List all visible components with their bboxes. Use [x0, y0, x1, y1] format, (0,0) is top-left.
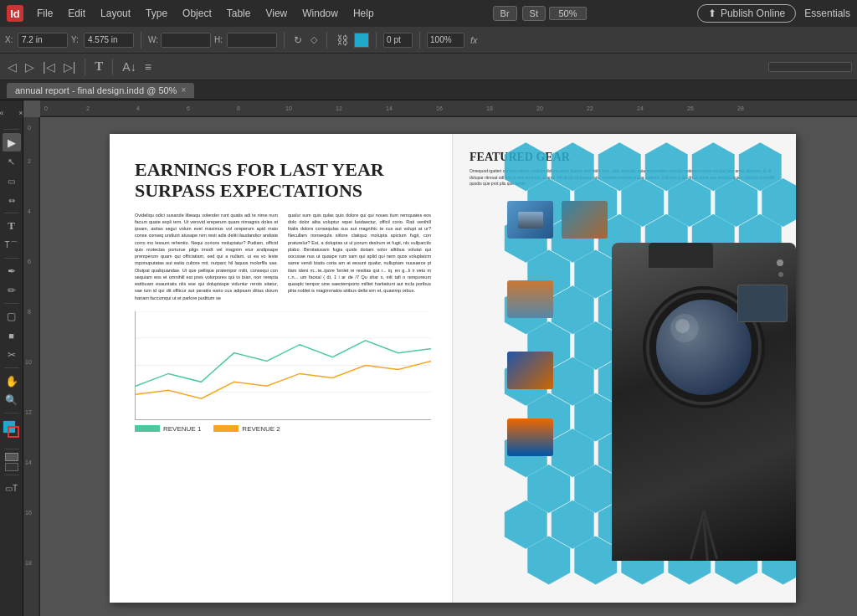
svg-text:22: 22 — [587, 105, 593, 111]
y-position-group: Y: — [71, 33, 134, 48]
h-input[interactable] — [227, 33, 277, 48]
pen-tool[interactable]: ✒ — [3, 262, 21, 280]
h-label: H: — [214, 35, 224, 44]
align-icon[interactable]: ≡ — [142, 59, 154, 75]
toolbar-sep-6 — [85, 59, 85, 75]
panel-sep-5 — [4, 367, 19, 368]
bridge-button[interactable]: Br — [493, 6, 517, 21]
menu-type[interactable]: Type — [139, 6, 174, 21]
svg-text:14: 14 — [386, 105, 393, 111]
article-title: EARNINGS FOR LAST YEAR SURPASS EXPECTATI… — [135, 159, 431, 202]
chain-icon[interactable]: ⛓ — [334, 32, 351, 49]
hand-tool[interactable]: ✋ — [3, 372, 21, 390]
tools-panel: « × ▶ ↖ ▭ ⇔ T T⌒ ✒ ✏ ▢ ■ ✂ ✋ 🔍 ▭T — [0, 100, 23, 616]
tab-close-button[interactable]: × — [181, 85, 186, 95]
menu-bar: Id File Edit Layout Type Object Table Vi… — [0, 0, 857, 27]
zoom-tool[interactable]: 🔍 — [3, 391, 21, 409]
svg-text:16: 16 — [25, 510, 32, 516]
color-controls — [3, 420, 21, 445]
svg-text:2: 2 — [86, 105, 90, 111]
svg-text:20: 20 — [536, 105, 543, 111]
svg-text:18: 18 — [486, 105, 493, 111]
menu-object[interactable]: Object — [176, 6, 218, 21]
svg-text:28: 28 — [737, 105, 744, 111]
article-columns: Ovideliqu odici susande libeaqu volender… — [135, 212, 431, 301]
stroke-color-swatch[interactable] — [768, 62, 852, 72]
panel-sep-3 — [4, 258, 19, 259]
tab-title: annual report - final design.indd @ 50% — [15, 85, 177, 95]
pencil-tool[interactable]: ✏ — [3, 281, 21, 300]
svg-text:8: 8 — [237, 105, 240, 111]
menu-layout[interactable]: Layout — [94, 6, 137, 21]
x-label: X: — [5, 35, 15, 44]
essentials-label[interactable]: Essentials — [804, 8, 850, 19]
thumbnail-4 — [507, 352, 553, 389]
legend-item-2: REVENUE 2 — [213, 425, 280, 433]
rotate-icon[interactable]: ↻ — [291, 33, 305, 48]
fx-icon[interactable]: fx — [468, 33, 480, 47]
arrow-right-icon[interactable]: ▷ — [23, 59, 37, 75]
type-T-icon[interactable]: T — [92, 58, 105, 75]
title-line2: SURPASS EXPECTATIONS — [135, 180, 431, 201]
zoom-input[interactable] — [549, 7, 587, 20]
tab-bar: annual report - final design.indd @ 50% … — [0, 80, 857, 100]
toolbar-sep-4 — [376, 32, 377, 49]
panel-sep-1 — [4, 129, 19, 130]
chart-legend: REVENUE 1 REVENUE 2 — [135, 425, 431, 433]
first-icon[interactable]: |◁ — [40, 59, 58, 75]
svg-text:0: 0 — [44, 105, 48, 111]
last-icon[interactable]: ▷| — [61, 59, 79, 75]
y-label: Y: — [71, 35, 81, 44]
svg-text:6: 6 — [187, 105, 190, 111]
legend-label-1: REVENUE 1 — [163, 425, 201, 433]
ruler-horizontal: 0 2 4 6 8 10 12 14 16 18 20 22 24 26 28 — [40, 100, 857, 117]
page-left: EARNINGS FOR LAST YEAR SURPASS EXPECTATI… — [110, 134, 453, 603]
menu-edit[interactable]: Edit — [61, 6, 92, 21]
shear-icon[interactable]: ◇ — [308, 33, 320, 47]
menu-file[interactable]: File — [30, 6, 59, 21]
type-path-tool[interactable]: T⌒ — [3, 236, 21, 254]
normal-view[interactable] — [5, 453, 18, 461]
menu-window[interactable]: Window — [295, 6, 345, 21]
stock-button[interactable]: St — [522, 6, 546, 21]
menu-help[interactable]: Help — [346, 6, 381, 21]
svg-rect-17 — [23, 117, 39, 616]
percent-input[interactable] — [427, 33, 464, 48]
w-input[interactable] — [161, 33, 211, 48]
fill-color-swatch[interactable] — [354, 33, 369, 48]
direct-select-tool[interactable]: ↖ — [3, 152, 21, 171]
publish-button[interactable]: ⬆ Publish Online — [697, 4, 796, 23]
scissors-tool[interactable]: ✂ — [3, 346, 21, 364]
preview-view[interactable] — [5, 463, 18, 471]
toolbar-sep-5 — [419, 32, 420, 49]
select-tool[interactable]: ▶ — [3, 133, 21, 151]
publish-icon: ⬆ — [708, 8, 716, 19]
svg-text:26: 26 — [687, 105, 694, 111]
menu-table[interactable]: Table — [220, 6, 258, 21]
document-tab[interactable]: annual report - final design.indd @ 50% … — [7, 83, 194, 98]
svg-rect-0 — [40, 100, 857, 116]
canvas-area: 0 2 4 6 8 10 12 14 16 18 20 22 24 26 28 — [23, 100, 857, 616]
svg-text:2: 2 — [28, 158, 31, 164]
ruler-vertical: 0 2 4 6 8 10 12 14 16 18 — [23, 117, 40, 616]
type-tool[interactable]: T — [3, 217, 21, 235]
rectangle-tool[interactable]: ■ — [3, 326, 21, 345]
menu-view[interactable]: View — [259, 6, 294, 21]
panel-sep-4 — [4, 303, 19, 304]
page-tool[interactable]: ▭ — [3, 172, 21, 190]
arrow-left-icon[interactable]: ◁ — [5, 59, 19, 75]
y-input[interactable] — [84, 33, 134, 48]
x-input[interactable] — [18, 33, 68, 48]
rectangle-frame-tool[interactable]: ▢ — [3, 307, 21, 326]
thumbnail-1 — [507, 201, 553, 239]
thumbnail-3 — [507, 280, 553, 318]
gap-tool[interactable]: ⇔ — [3, 191, 21, 209]
rect-type-icon[interactable]: ▭T — [3, 479, 21, 497]
panel-collapse-icon[interactable]: « — [0, 104, 11, 122]
char-icon[interactable]: A↓ — [120, 59, 138, 75]
app-icon: Id — [7, 5, 23, 22]
stroke-box[interactable] — [8, 426, 19, 438]
column-2: qualur sum quis qulas quis dolore qui qu… — [288, 212, 431, 301]
stroke-input[interactable] — [383, 33, 413, 48]
svg-text:18: 18 — [25, 560, 32, 566]
